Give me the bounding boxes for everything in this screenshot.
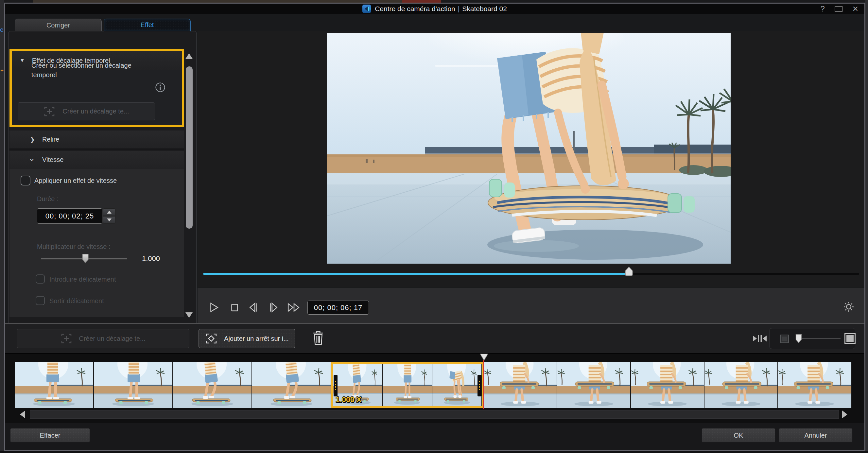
freeze-frame-icon	[205, 332, 217, 345]
maximize-button[interactable]	[835, 6, 842, 12]
trim-handle-right[interactable]	[477, 375, 482, 396]
expand-right-icon: ❯	[30, 136, 35, 143]
zoom-out-button[interactable]	[780, 335, 789, 343]
timeline-zoom-control	[770, 328, 855, 349]
seek-track[interactable]	[203, 273, 859, 275]
zoom-slider-track[interactable]	[798, 338, 840, 339]
timeline-thumbnail[interactable]	[432, 364, 482, 406]
trash-icon	[312, 330, 324, 346]
fit-timeline-button[interactable]	[752, 334, 767, 345]
selection-speed-badge: 1.000 X	[336, 395, 362, 404]
desktop-remnant-left: e +	[0, 0, 4, 453]
divider	[9, 149, 184, 150]
title-clip-name: Skateboard 02	[462, 5, 507, 12]
multiplier-value: 1.000	[142, 254, 160, 263]
collapse-icon: ▼	[20, 58, 25, 63]
player-settings-button[interactable]	[843, 301, 854, 314]
spinner-down-icon	[107, 218, 112, 221]
cancel-button[interactable]: Annuler	[779, 428, 852, 443]
video-preview[interactable]	[327, 33, 731, 264]
title-app: Centre de caméra d'action	[375, 5, 455, 12]
close-button[interactable]: ✕	[852, 5, 859, 13]
timeline-thumbnail[interactable]	[383, 364, 432, 406]
desktop-remnant-right	[865, 0, 868, 453]
add-freeze-frame-button[interactable]: Ajouter un arrêt sur i...	[198, 329, 295, 348]
ease-out-checkbox[interactable]	[36, 296, 45, 305]
playhead-line	[483, 360, 484, 409]
screen: e + Centre de caméra d'action|Skateb	[0, 0, 868, 453]
tab-effet[interactable]: Effet	[104, 19, 191, 31]
section-vitesse[interactable]: ⌄ Vitesse	[9, 151, 184, 169]
timeline-thumbnail[interactable]	[778, 362, 851, 408]
timeline-thumbnail[interactable]	[94, 362, 173, 408]
playhead-marker[interactable]	[480, 354, 488, 362]
panel-scroll-down-button[interactable]	[185, 312, 193, 318]
relire-header-label: Relire	[42, 136, 59, 143]
desktop-remnant-top	[4, 0, 868, 3]
scroll-up-icon	[185, 53, 193, 59]
delete-button[interactable]	[312, 330, 324, 348]
timeshift-description: Créer ou sélectionner un décalage tempor…	[31, 61, 141, 80]
zoom-in-button[interactable]	[844, 333, 856, 344]
gear-icon	[843, 301, 854, 312]
spinner-down-button[interactable]	[103, 216, 116, 224]
seek-bar[interactable]	[203, 269, 859, 280]
ease-in-checkbox[interactable]	[36, 274, 45, 283]
timeline-thumbnail[interactable]	[484, 362, 557, 408]
vitesse-body: Appliquer un effet de vitesse Durée : 00…	[9, 169, 184, 317]
titlebar[interactable]: Centre de caméra d'action|Skateboard 02 …	[5, 4, 864, 14]
info-icon[interactable]	[155, 82, 165, 94]
clear-button[interactable]: Effacer	[10, 428, 90, 443]
trim-handle-left[interactable]	[334, 375, 338, 396]
apply-speed-checkbox[interactable]	[21, 176, 30, 185]
next-frame-button[interactable]	[268, 301, 280, 314]
timeline-thumbnail[interactable]	[631, 362, 705, 408]
previous-frame-button[interactable]	[247, 301, 260, 314]
ok-button[interactable]: OK	[702, 428, 775, 443]
vitesse-header-label: Vitesse	[42, 156, 63, 163]
help-button[interactable]: ?	[820, 5, 825, 13]
play-button[interactable]	[207, 301, 220, 314]
duration-spinner[interactable]	[103, 208, 116, 224]
seek-handle[interactable]	[625, 267, 633, 278]
panel-scrollbar-thumb[interactable]	[186, 66, 193, 229]
timeline-thumbnail[interactable]	[705, 362, 778, 408]
scroll-down-icon	[185, 312, 193, 318]
plus-brackets-icon	[43, 105, 55, 117]
fast-forward-button[interactable]	[286, 301, 302, 314]
zoom-slider-handle[interactable]	[796, 334, 802, 345]
timeshift-section-highlight: ▼ Effet de décalage temporel Créer ou sé…	[9, 49, 184, 127]
timeline-thumbnail[interactable]	[557, 362, 631, 408]
divider	[793, 328, 793, 349]
create-timeshift-button-panel[interactable]: Créer un décalage te...	[18, 102, 155, 120]
timeline-strip[interactable]: 1.000 X	[15, 362, 851, 408]
timeline-thumbnail[interactable]	[173, 362, 252, 408]
speed-slider-handle[interactable]	[82, 253, 89, 265]
timeline-thumbnail[interactable]	[252, 362, 331, 408]
scroll-right-button[interactable]	[842, 411, 847, 418]
multiplier-label: Multiplicateur de vitesse :	[37, 243, 111, 250]
create-timeshift-button[interactable]: Créer un décalage te...	[17, 329, 189, 348]
scroll-left-icon	[20, 411, 25, 418]
edit-toolbar: Créer un décalage te... Ajouter un arrêt…	[5, 324, 864, 353]
stop-button[interactable]	[228, 301, 241, 314]
ease-out-label: Sortir délicatement	[50, 297, 104, 305]
tab-corriger[interactable]: Corriger	[15, 19, 102, 31]
section-relire[interactable]: ❯ Relire	[9, 130, 184, 149]
fit-timeline-icon	[752, 334, 767, 343]
spinner-up-button[interactable]	[103, 208, 116, 216]
panel-scroll-up-button[interactable]	[185, 53, 193, 59]
title-separator: |	[458, 5, 460, 12]
apply-speed-label: Appliquer un effet de vitesse	[34, 177, 117, 184]
timeline-selection[interactable]: 1.000 X	[331, 362, 484, 408]
desktop-remnant-bottom	[0, 451, 868, 453]
timeline-thumbnail[interactable]	[15, 362, 94, 408]
window-title: Centre de caméra d'action|Skateboard 02	[362, 5, 507, 13]
chevron-down-icon: ⌄	[28, 154, 35, 163]
timeline-scrollbar[interactable]	[30, 410, 839, 419]
duration-field[interactable]: 00; 00; 02; 25	[37, 208, 102, 224]
scroll-left-button[interactable]	[20, 411, 25, 418]
transport-bar: 00; 00; 06; 17	[197, 288, 864, 324]
playback-timecode[interactable]: 00; 00; 06; 17	[307, 301, 369, 315]
clips-before-selection	[15, 362, 331, 408]
